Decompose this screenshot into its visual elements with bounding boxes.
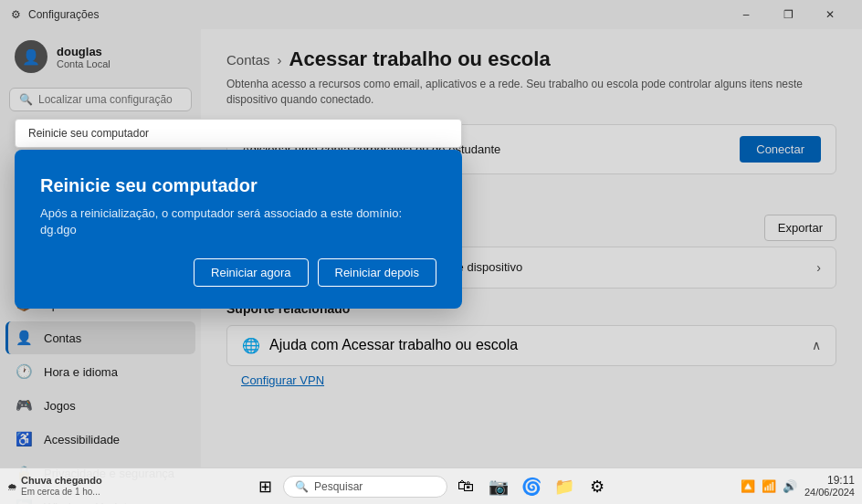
dialog-actions: Reiniciar agora Reiniciar depois xyxy=(40,258,436,287)
taskbar: 🌧 Chuva chegando Em cerca de 1 ho... ⊞ 🔍… xyxy=(0,467,862,504)
weather-info: Chuva chegando Em cerca de 1 ho... xyxy=(21,475,102,498)
taskbar-left: 🌧 Chuva chegando Em cerca de 1 ho... xyxy=(7,475,102,498)
weather-temp: Chuva chegando xyxy=(21,475,102,487)
date: 24/06/2024 xyxy=(804,487,855,499)
sys-volume-icon[interactable]: 🔊 xyxy=(781,478,799,495)
sys-chevron-icon[interactable]: 🔼 xyxy=(739,478,757,495)
system-icons: 🔼 📶 🔊 xyxy=(739,478,799,495)
clock: 19:11 xyxy=(827,474,855,487)
taskbar-search[interactable]: 🔍 Pesquisar xyxy=(283,476,447,498)
dialog-description: Após a reinicialização, o computador ser… xyxy=(40,205,436,238)
time-info: 19:11 24/06/2024 xyxy=(804,474,855,499)
taskbar-right: 🔼 📶 🔊 19:11 24/06/2024 xyxy=(739,474,855,499)
dialog-main: Reinicie seu computador Após a reinicial… xyxy=(15,150,462,309)
restart-now-button[interactable]: Reiniciar agora xyxy=(194,258,308,287)
taskbar-edge-icon[interactable]: 🌀 xyxy=(517,472,546,501)
dialog-overlay: Reinicie seu computador Reinicie seu com… xyxy=(0,0,862,504)
taskbar-search-icon: 🔍 xyxy=(295,480,309,493)
dialog-tooltip: Reinicie seu computador xyxy=(15,119,462,148)
weather-icon: 🌧 xyxy=(7,481,17,492)
weather-sub: Em cerca de 1 ho... xyxy=(21,487,102,498)
sys-network-icon[interactable]: 📶 xyxy=(760,478,778,495)
windows-start-button[interactable]: ⊞ xyxy=(250,472,279,501)
taskbar-store-icon[interactable]: 🛍 xyxy=(451,472,480,501)
taskbar-files-icon[interactable]: 📁 xyxy=(550,472,579,501)
restart-later-button[interactable]: Reiniciar depois xyxy=(318,258,437,287)
dialog-title: Reinicie seu computador xyxy=(40,175,436,196)
dialog-wrapper: Reinicie seu computador Reinicie seu com… xyxy=(15,119,462,309)
taskbar-search-label: Pesquisar xyxy=(314,480,363,493)
taskbar-settings-icon[interactable]: ⚙ xyxy=(583,472,612,501)
taskbar-photos-icon[interactable]: 📷 xyxy=(484,472,513,501)
taskbar-center: ⊞ 🔍 Pesquisar 🛍 📷 🌀 📁 ⚙ xyxy=(250,472,612,501)
